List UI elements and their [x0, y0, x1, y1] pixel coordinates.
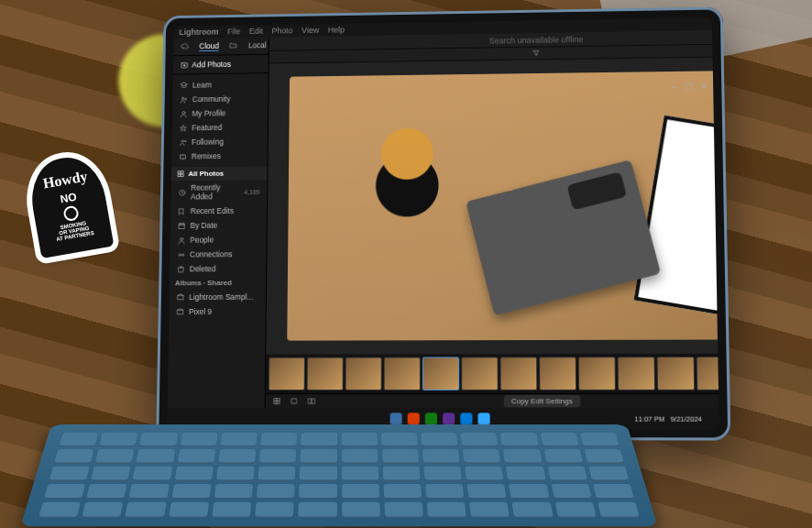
following-icon — [179, 138, 187, 147]
keyboard-key — [255, 502, 294, 518]
keyboard-key — [212, 502, 251, 518]
collection-deleted[interactable]: Deleted — [170, 261, 266, 276]
taskbar-app[interactable] — [408, 412, 420, 424]
collection-people[interactable]: People — [170, 232, 267, 247]
filmstrip-thumb[interactable] — [384, 357, 421, 390]
keyboard-key — [382, 467, 420, 481]
menu-edit[interactable]: Edit — [249, 27, 263, 36]
keyboard-key — [341, 467, 379, 481]
filmstrip-thumb[interactable] — [697, 357, 719, 390]
keyboard-key — [258, 467, 295, 481]
keyboard-key — [341, 449, 378, 463]
keyboard-key — [584, 449, 624, 463]
album-item[interactable]: Lightroom Sampl... — [170, 290, 266, 304]
taskbar-app[interactable] — [460, 412, 472, 424]
svg-point-11 — [181, 237, 183, 240]
svg-rect-22 — [312, 399, 314, 403]
sidebar-item-community[interactable]: Community — [172, 91, 268, 106]
keyboard-key — [301, 433, 336, 446]
filmstrip-thumb[interactable] — [461, 357, 499, 390]
plus-image-icon — [181, 60, 189, 69]
menu-help[interactable]: Help — [328, 26, 345, 35]
filmstrip-thumb[interactable] — [346, 358, 382, 390]
keyboard-key — [551, 484, 592, 500]
compare-view-icon[interactable] — [307, 397, 315, 405]
menu-view[interactable]: View — [302, 26, 319, 35]
menu-photo[interactable]: Photo — [272, 27, 293, 36]
keyboard-key — [554, 502, 597, 518]
copy-settings-button[interactable]: Copy Edit Settings — [504, 395, 580, 407]
keyboard-key — [503, 449, 542, 463]
filmstrip-thumb[interactable] — [578, 357, 616, 390]
keyboard-key — [301, 449, 337, 463]
featured-icon — [180, 124, 188, 132]
keyboard-key — [44, 484, 85, 500]
keyboard-key — [214, 484, 253, 500]
albums-header[interactable]: Albums · Shared — [170, 276, 266, 290]
minimize-button[interactable]: – — [672, 82, 677, 92]
keyboard-key — [580, 433, 620, 446]
keyboard-key — [300, 467, 337, 481]
svg-rect-17 — [278, 399, 280, 402]
filmstrip-thumb[interactable] — [618, 357, 655, 390]
filmstrip-thumb[interactable] — [422, 357, 459, 390]
keyboard-key — [137, 449, 175, 463]
keyboard-key — [540, 433, 578, 446]
album-item[interactable]: Pixel 9 — [169, 304, 266, 319]
sidebar-item-following[interactable]: Following — [172, 134, 268, 149]
svg-rect-6 — [181, 171, 184, 174]
sidebar-item-featured[interactable]: Featured — [172, 120, 268, 136]
album-icon — [176, 308, 184, 316]
keyboard-key — [260, 433, 297, 446]
maximize-button[interactable]: ▢ — [685, 82, 693, 92]
filmstrip-thumb[interactable] — [269, 358, 305, 390]
keyboard-key — [593, 484, 634, 500]
keyboard-key — [54, 449, 94, 463]
tray-date[interactable]: 9/21/2024 — [670, 414, 702, 423]
funnel-icon — [532, 50, 541, 58]
filmstrip-thumb[interactable] — [307, 358, 344, 390]
svg-rect-5 — [178, 171, 181, 174]
add-photos-button[interactable]: Add Photos — [173, 55, 269, 75]
filmstrip-thumb[interactable] — [539, 357, 576, 390]
center-pane: Search unavailable offline — [266, 29, 719, 409]
all-photos-header[interactable]: All Photos — [171, 166, 268, 181]
taskbar-app[interactable] — [477, 412, 489, 424]
svg-point-13 — [181, 253, 183, 255]
svg-rect-15 — [178, 310, 183, 314]
svg-rect-7 — [178, 174, 181, 177]
svg-rect-21 — [309, 399, 312, 403]
collection-connections[interactable]: Connections — [170, 247, 266, 261]
sidebar-item-learn[interactable]: Learn — [173, 77, 269, 93]
keyboard-key — [220, 433, 257, 446]
svg-point-1 — [181, 97, 183, 99]
tray-time[interactable]: 11:07 PM — [634, 414, 664, 423]
filmstrip-thumb[interactable] — [500, 357, 538, 390]
filmstrip[interactable] — [266, 354, 719, 393]
close-button[interactable]: ✕ — [700, 81, 708, 91]
taskbar-app[interactable] — [425, 412, 437, 424]
grid-view-icon[interactable] — [273, 397, 281, 405]
menu-file[interactable]: File — [227, 27, 240, 36]
remixes-icon — [179, 152, 187, 160]
taskbar-app[interactable] — [390, 412, 402, 424]
filmstrip-thumb[interactable] — [657, 357, 696, 390]
keyboard-key — [384, 502, 423, 518]
keyboard-key — [174, 467, 214, 481]
tab-cloud[interactable]: Cloud — [199, 41, 219, 51]
keyboard-key — [299, 484, 336, 500]
collection-by date[interactable]: By Date — [170, 217, 267, 233]
learn-icon — [180, 82, 188, 90]
taskbar-app[interactable] — [443, 412, 455, 424]
keyboard-key — [49, 467, 91, 481]
sidebar-item-my profile[interactable]: My Profile — [172, 105, 268, 121]
keyboard-key — [259, 449, 297, 463]
collection-recently added[interactable]: Recently Added 4,189 — [170, 180, 267, 204]
sidebar-item-remixes[interactable]: Remixes — [171, 148, 268, 164]
collection-recent edits[interactable]: Recent Edits — [170, 204, 267, 219]
photo-viewer[interactable] — [266, 56, 719, 355]
single-view-icon[interactable] — [291, 397, 299, 405]
keyboard-key — [467, 484, 507, 500]
tab-local[interactable]: Local — [248, 40, 267, 50]
left-sidebar: Cloud Local Add Photos Learn Community M… — [168, 37, 269, 408]
